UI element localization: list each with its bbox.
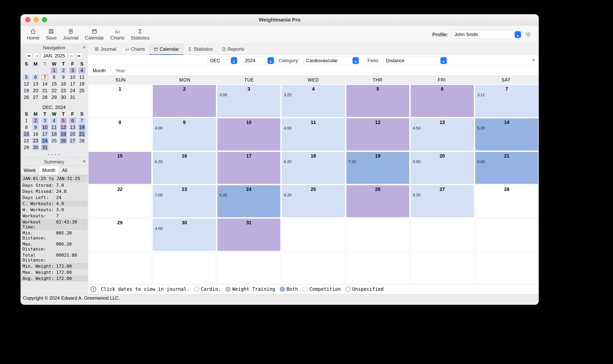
calendar-day-cell[interactable]: 275.20 [411,185,474,217]
minical-day[interactable]: 8 [23,124,30,130]
close-icon[interactable]: × [83,44,86,50]
minical-day[interactable]: 16 [60,81,67,87]
calendar-day-cell[interactable]: 31 [217,219,280,251]
minical-day[interactable]: 12 [23,81,30,87]
minical-day[interactable]: 31 [41,144,48,150]
minical-day[interactable]: 13 [69,124,76,130]
calendar-day-cell[interactable]: 134.50 [411,118,474,150]
minical-day[interactable]: 4 [51,118,57,124]
calendar-day-cell[interactable]: 73.11 [475,85,538,117]
minical-day[interactable]: 26 [23,94,30,100]
minical-day[interactable]: 27 [32,94,39,100]
calendar-button[interactable]: Calendar [81,28,107,41]
minical-day[interactable]: 23 [32,138,39,144]
calendar-day-cell[interactable]: 197.20 [346,152,409,184]
minical-day[interactable]: 8 [51,74,57,80]
tab-reports[interactable]: Reports [217,44,248,55]
calendar-day-cell[interactable]: 26 [346,185,409,217]
calendar-day-cell[interactable]: 166.20 [153,152,216,184]
tab-calendar[interactable]: Calendar [149,44,183,55]
minical-day[interactable]: 10 [41,124,48,130]
minical-day[interactable]: 16 [32,131,39,137]
calendar-day-cell[interactable]: 1 [88,85,151,117]
home-button[interactable]: Home [24,28,43,41]
calendar-day-cell[interactable]: 114.00 [282,118,345,150]
calendar-day-cell[interactable]: 94.00 [153,118,216,150]
minical-day[interactable]: 24 [41,138,48,144]
category-select[interactable]: Cardiovascular [303,56,360,65]
charts-button[interactable]: Charts [107,28,128,41]
calendar-day-cell[interactable]: 8 [88,118,151,150]
minical-day[interactable]: 6 [69,118,76,124]
minical-day[interactable]: 14 [41,81,48,87]
calendar-day-cell[interactable]: 2 [153,85,216,117]
calendar-day-cell[interactable]: 5 [346,85,409,117]
minical-day[interactable]: 18 [79,81,85,87]
calendar-day-cell[interactable]: 22 [88,185,151,217]
summary-tab-week[interactable]: Week [21,166,39,175]
minical-day[interactable]: 30 [32,144,39,150]
month-select[interactable]: DEC [207,56,238,65]
prev-month-button[interactable]: ◁ [33,53,40,59]
minical-day[interactable]: 27 [69,138,76,144]
save-button[interactable]: Save [43,28,60,41]
minical-day[interactable]: 22 [23,138,30,144]
calendar-day-cell[interactable]: 218.00 [475,152,538,184]
minical-day[interactable]: 4 [79,67,85,73]
minical-day[interactable]: 17 [69,81,76,87]
next-month-button[interactable]: ▷ [68,53,75,59]
view-tab-year[interactable]: Year [111,66,130,76]
calendar-day-cell[interactable]: 33.00 [217,85,280,117]
summary-tab-month[interactable]: Month [39,166,59,175]
tab-statistics[interactable]: Statistics [184,44,217,55]
close-icon[interactable]: × [83,158,86,164]
minical-day[interactable]: 20 [69,131,76,137]
minical-day[interactable]: 29 [51,94,57,100]
statistics-button[interactable]: Statistics [128,28,153,41]
first-month-button[interactable]: ⏮ [26,53,32,59]
minical-day[interactable]: 21 [79,131,85,137]
profile-select[interactable]: John Smith [452,30,522,39]
minical-day[interactable]: 7 [41,74,48,80]
calendar-day-cell[interactable]: 256.20 [282,185,345,217]
tab-journal[interactable]: Journal [90,44,120,55]
minical-day[interactable]: 29 [23,144,30,150]
minical-day[interactable]: 12 [60,124,67,130]
minical-day[interactable]: 19 [23,88,30,93]
minical-day[interactable]: 20 [32,88,39,93]
minical-day[interactable]: 7 [79,118,85,124]
minical-day[interactable]: 10 [69,74,76,80]
minical-day[interactable]: 25 [51,138,57,144]
minical-day[interactable]: 1 [23,118,30,124]
minical-day[interactable]: 28 [79,138,85,144]
minical-day[interactable]: 22 [51,88,57,93]
minical-day[interactable]: 14 [79,124,85,130]
minical-day[interactable]: 26 [60,138,67,144]
calendar-day-cell[interactable]: 17 [217,152,280,184]
view-tab-month[interactable]: Month [88,66,111,76]
settings-button[interactable] [525,31,532,38]
minical-day[interactable]: 31 [69,94,76,100]
tab-charts[interactable]: Charts [121,44,149,55]
minical-day[interactable]: 21 [41,88,48,93]
calendar-day-cell[interactable]: 145.20 [475,118,538,150]
minical-day[interactable]: 25 [79,88,85,93]
calendar-day-cell[interactable]: 43.25 [282,85,345,117]
minical-day[interactable]: 1 [51,67,57,73]
minical-day[interactable]: 18 [51,131,57,137]
minical-day[interactable]: 19 [60,131,67,137]
minical-day[interactable]: 15 [51,81,57,87]
calendar-day-cell[interactable]: 15 [88,152,151,184]
calendar-day-cell[interactable]: 10 [217,118,280,150]
calendar-day-cell[interactable]: 6 [411,85,474,117]
minical-day[interactable]: 11 [51,124,57,130]
year-select[interactable]: 2024 [242,56,275,65]
journal-button[interactable]: Journal [60,28,82,41]
minical-day[interactable]: 3 [41,118,48,124]
calendar-day-cell[interactable]: 12 [346,118,409,150]
minical-day[interactable]: 13 [32,81,39,87]
field-select[interactable]: Distance [383,56,448,65]
calendar-day-cell[interactable]: 237.00 [153,185,216,217]
minical-day[interactable]: 6 [32,74,39,80]
calendar-day-cell[interactable]: 209.00 [411,152,474,184]
